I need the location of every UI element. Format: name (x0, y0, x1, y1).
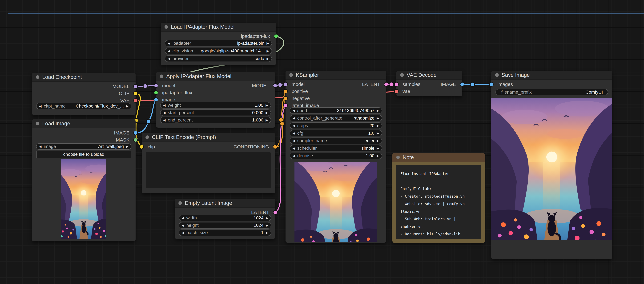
note-textarea[interactable]: Flux Instant IPAdapter ComfyUI Colab: - … (396, 165, 481, 239)
widget-width[interactable]: ◀ width 1024 ▶ (179, 215, 271, 221)
collapse-dot-icon[interactable] (400, 73, 404, 77)
output-port-latent[interactable] (384, 82, 388, 87)
input-port-vae[interactable] (394, 89, 399, 94)
widget-left-arrow-icon[interactable]: ◀ (163, 118, 166, 122)
widget-right-arrow-icon[interactable]: ▶ (377, 139, 379, 142)
widget-right-arrow-icon[interactable]: ▶ (377, 109, 379, 112)
widget-weight[interactable]: ◀ weight 1.00 ▶ (160, 102, 271, 108)
widget-left-arrow-icon[interactable]: ◀ (163, 111, 166, 114)
node-save-image[interactable]: Save Image images filename_prefix ComfyU… (491, 71, 612, 259)
widget-cfg[interactable]: ◀ cfg 1.0 ▶ (290, 130, 382, 136)
widget-right-arrow-icon[interactable]: ▶ (266, 104, 268, 107)
widget-right-arrow-icon[interactable]: ▶ (267, 57, 269, 60)
widget-batch-size[interactable]: ◀ batch_size 1 ▶ (179, 229, 271, 236)
input-port-image[interactable] (154, 97, 158, 102)
node-header[interactable]: CLIP Text Encode (Prompt) (142, 133, 275, 142)
input-port-model[interactable] (283, 82, 288, 87)
widget-clip-vision[interactable]: ◀ clip_vision google/siglip-so400m-patch… (165, 48, 272, 54)
node-header[interactable]: Empty Latent Image (174, 199, 275, 208)
widget-right-arrow-icon[interactable]: ▶ (266, 111, 268, 114)
node-header[interactable]: Note (392, 153, 485, 162)
widget-seed[interactable]: ◀ seed 310136945749057 ▶ (290, 107, 382, 114)
widget-left-arrow-icon[interactable]: ◀ (39, 145, 42, 148)
collapse-dot-icon[interactable] (146, 135, 149, 139)
widget-image[interactable]: ◀ image Art_wall.jpeg ▶ (36, 143, 132, 150)
widget-right-arrow-icon[interactable]: ▶ (377, 116, 379, 120)
output-port-model[interactable] (133, 84, 138, 89)
widget-right-arrow-icon[interactable]: ▶ (377, 131, 379, 135)
widget-right-arrow-icon[interactable]: ▶ (266, 118, 268, 122)
node-vae-decode[interactable]: VAE Decode samples IMAGE vae (396, 71, 462, 96)
widget-left-arrow-icon[interactable]: ◀ (292, 116, 295, 120)
widget-left-arrow-icon[interactable]: ◀ (163, 104, 166, 107)
widget-right-arrow-icon[interactable]: ▶ (126, 104, 128, 108)
collapse-dot-icon[interactable] (396, 156, 400, 159)
output-port-latent[interactable] (273, 210, 278, 215)
widget-left-arrow-icon[interactable]: ◀ (168, 49, 170, 53)
widget-denoise[interactable]: ◀ denoise 1.00 ▶ (290, 153, 382, 159)
output-port-clip[interactable] (133, 91, 138, 96)
widget-ckpt-name[interactable]: ◀ ckpt_name Checkpoint/Flux_dev_... ▶ (36, 103, 132, 109)
prompt-textarea[interactable] (146, 152, 271, 188)
node-load-image[interactable]: Load Image IMAGE MASK ◀ image Art_wall.j… (32, 119, 136, 241)
collapse-dot-icon[interactable] (495, 73, 499, 77)
widget-left-arrow-icon[interactable]: ◀ (182, 216, 184, 220)
widget-right-arrow-icon[interactable]: ▶ (377, 154, 379, 157)
node-load-checkpoint[interactable]: Load Checkpoint MODEL CLIP VAE ◀ ckpt_na… (32, 73, 136, 115)
widget-left-arrow-icon[interactable]: ◀ (292, 109, 295, 112)
node-header[interactable]: Save Image (491, 71, 612, 80)
input-port-clip[interactable] (140, 145, 144, 149)
node-load-ipadapter-flux-model[interactable]: Load IPAdapter Flux Model ipadapterFlux … (161, 23, 276, 65)
node-header[interactable]: Load IPAdapter Flux Model (161, 23, 276, 32)
choose-file-button[interactable]: choose file to upload (36, 151, 132, 158)
widget-steps[interactable]: ◀ steps 20 ▶ (290, 122, 382, 129)
collapse-dot-icon[interactable] (289, 73, 293, 77)
widget-left-arrow-icon[interactable]: ◀ (292, 131, 295, 135)
widget-filename-prefix[interactable]: filename_prefix ComfyUI (496, 89, 608, 95)
widget-left-arrow-icon[interactable]: ◀ (292, 139, 295, 142)
widget-left-arrow-icon[interactable]: ◀ (182, 224, 184, 227)
widget-left-arrow-icon[interactable]: ◀ (292, 124, 295, 127)
widget-left-arrow-icon[interactable]: ◀ (168, 57, 170, 60)
widget-provider[interactable]: ◀ provider cuda ▶ (165, 55, 272, 62)
output-port-model[interactable] (273, 83, 277, 88)
widget-start-percent[interactable]: ◀ start_percent 0.000 ▶ (160, 109, 271, 116)
input-port-negative[interactable] (283, 96, 288, 101)
widget-right-arrow-icon[interactable]: ▶ (377, 124, 379, 127)
output-port-mask[interactable] (133, 138, 138, 142)
node-empty-latent-image[interactable]: Empty Latent Image LATENT ◀ width 1024 ▶… (174, 199, 275, 239)
node-header[interactable]: VAE Decode (396, 71, 462, 80)
input-port-positive[interactable] (283, 89, 288, 94)
widget-right-arrow-icon[interactable]: ▶ (266, 231, 268, 234)
output-port-conditioning[interactable] (273, 145, 277, 149)
node-note[interactable]: Note Flux Instant IPAdapter ComfyUI Cola… (392, 153, 485, 243)
output-port-image[interactable] (133, 131, 138, 135)
widget-left-arrow-icon[interactable]: ◀ (292, 154, 295, 157)
widget-ipadapter[interactable]: ◀ ipadapter ip-adapter.bin ▶ (165, 40, 272, 47)
widget-right-arrow-icon[interactable]: ▶ (267, 49, 269, 53)
input-port-images[interactable] (489, 82, 494, 87)
collapse-dot-icon[interactable] (164, 25, 168, 29)
widget-scheduler[interactable]: ◀ scheduler simple ▶ (290, 145, 382, 152)
collapse-dot-icon[interactable] (36, 122, 39, 125)
widget-right-arrow-icon[interactable]: ▶ (126, 145, 128, 148)
output-port-ipadapterFlux[interactable] (274, 34, 278, 39)
node-header[interactable]: Load Checkpoint (32, 73, 136, 82)
widget-left-arrow-icon[interactable]: ◀ (39, 104, 42, 108)
input-port-ipadapter-flux[interactable] (154, 90, 158, 95)
widget-end-percent[interactable]: ◀ end_percent 1.000 ▶ (160, 117, 271, 123)
input-port-latent-image[interactable] (283, 103, 288, 108)
widget-left-arrow-icon[interactable]: ◀ (292, 147, 295, 150)
widget-left-arrow-icon[interactable]: ◀ (182, 231, 184, 234)
output-port-image[interactable] (460, 82, 464, 87)
collapse-dot-icon[interactable] (160, 75, 164, 78)
widget-right-arrow-icon[interactable]: ▶ (377, 147, 379, 150)
collapse-dot-icon[interactable] (178, 201, 182, 205)
widget-right-arrow-icon[interactable]: ▶ (267, 42, 269, 45)
node-header[interactable]: Load Image (32, 119, 136, 128)
node-header[interactable]: KSampler (286, 71, 386, 80)
collapse-dot-icon[interactable] (36, 75, 39, 79)
widget-control-after-generate[interactable]: ◀ control_after_generate randomize ▶ (290, 115, 382, 121)
node-apply-ipadapter-flux-model[interactable]: Apply IPAdapter Flux Model model MODEL i… (156, 72, 275, 127)
widget-sampler-name[interactable]: ◀ sampler_name euler ▶ (290, 137, 382, 144)
